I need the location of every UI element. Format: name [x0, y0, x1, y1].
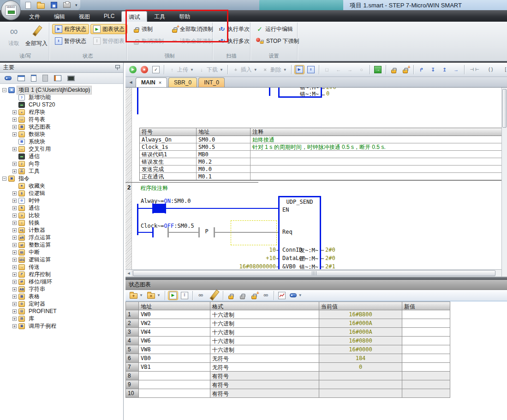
next-bookmark-button[interactable]: →	[345, 65, 355, 74]
program-status-button[interactable]: ▶	[294, 65, 304, 74]
plus-expander-icon[interactable]: +	[12, 191, 17, 195]
branch-corner-button[interactable]: ↱	[417, 65, 427, 74]
tree-item-19[interactable]: ++1计数器	[0, 226, 123, 234]
close-tab-icon[interactable]: ×	[159, 80, 161, 85]
status-table-row[interactable]: 10有符号	[126, 389, 450, 398]
dropdown-arrow-icon[interactable]: ▼	[254, 68, 257, 72]
tree-item-10[interactable]: +/向导	[0, 160, 123, 167]
address-cell[interactable]: VW4	[139, 328, 210, 337]
force-button[interactable]	[226, 291, 236, 300]
menu-item-2[interactable]: 视图	[72, 11, 97, 22]
block-input-value[interactable]: 10	[230, 247, 276, 253]
address-tag-button[interactable]: ▼	[288, 292, 304, 298]
tree-item-26[interactable]: +⇄移位/循环	[0, 278, 123, 285]
tree-item-17[interactable]: +>比较	[0, 212, 123, 219]
horizontal-scrollbar[interactable]: ◀	[125, 269, 501, 277]
force-button[interactable]	[389, 65, 399, 74]
tree-item-0[interactable]: −▣项目 1 (C:\Users\tjh\Desktop)	[0, 86, 123, 94]
plus-expander-icon[interactable]: +	[12, 272, 17, 277]
tree-item-27[interactable]: +AB字符串	[0, 285, 123, 293]
plus-expander-icon[interactable]: +	[12, 147, 17, 151]
program-status-button[interactable]: ▶程序状态	[52, 24, 89, 34]
status-table-row[interactable]: 2VW2十六进制16#000A	[126, 319, 450, 328]
branch-right-button[interactable]: →	[451, 65, 461, 74]
tree-item-6[interactable]: +≡数据块	[0, 130, 123, 138]
format-cell[interactable]: 无符号	[210, 363, 319, 372]
tree-item-9[interactable]: +▬通信	[0, 153, 123, 160]
compile-button[interactable]: ✓	[151, 65, 161, 74]
tab-scroll-left-button[interactable]: ◀	[127, 78, 134, 86]
tree-item-11[interactable]: +工工具	[0, 167, 123, 175]
format-cell[interactable]: 十六进制	[210, 328, 319, 337]
unforce-all-button[interactable]: +	[249, 291, 259, 300]
dropdown-arrow-icon[interactable]: ▼	[190, 68, 194, 72]
tree-item-32[interactable]: +▣调用子例程	[0, 322, 123, 330]
dropdown-arrow-icon[interactable]: ▼	[220, 68, 223, 72]
format-cell[interactable]: 十六进制	[210, 345, 319, 354]
tree-item-4[interactable]: +▭符号表	[0, 116, 123, 123]
save-button[interactable]	[49, 1, 59, 9]
plus-expander-icon[interactable]: +	[12, 258, 17, 262]
new-value-cell[interactable]	[402, 345, 450, 354]
dropdown-arrow-icon[interactable]: ▼	[283, 68, 287, 72]
status-table-row[interactable]: 4VW6十六进制16#0800	[126, 337, 450, 345]
box-button[interactable]: [ ]	[500, 65, 507, 74]
bookmark-button[interactable]: □	[322, 65, 332, 74]
status-table-row[interactable]: 3VW4十六进制16#000A	[126, 328, 450, 337]
unforce-all-button[interactable]: +	[400, 65, 411, 74]
tab-main[interactable]: MAIN×	[136, 77, 167, 87]
new-value-cell[interactable]	[402, 389, 450, 398]
scrollbar-thumb[interactable]	[502, 89, 507, 128]
tree-item-7[interactable]: +▦系统块	[0, 138, 123, 145]
address-cell[interactable]: VW2	[139, 319, 210, 328]
plus-expander-icon[interactable]: +	[12, 132, 17, 136]
write-button[interactable]	[207, 288, 220, 303]
chart-view-button[interactable]	[16, 74, 26, 82]
delete-button[interactable]: ×删除▼	[260, 65, 288, 75]
plus-expander-icon[interactable]: +	[12, 228, 17, 232]
tree-item-15[interactable]: +⊙时钟	[0, 197, 123, 204]
tree-item-13[interactable]: +★收藏夹	[0, 182, 123, 189]
edit-run-button[interactable]: ✓运行中编辑	[253, 24, 302, 34]
tree-item-23[interactable]: +101逻辑运算	[0, 256, 123, 263]
systemblock-view-button[interactable]	[41, 74, 49, 83]
tree-item-8[interactable]: +↔交叉引用	[0, 145, 123, 153]
app-button[interactable]: HHHO	[1, 0, 21, 20]
read-forces-button[interactable]: oo	[261, 291, 271, 300]
minus-expander-icon[interactable]: −	[2, 177, 6, 181]
format-cell[interactable]: 有符号	[210, 372, 319, 380]
tree-item-14[interactable]: +‖位逻辑	[0, 189, 123, 197]
block-input-value[interactable]: 16#08000000	[230, 263, 276, 269]
tree-item-30[interactable]: +⊟PROFINET	[0, 308, 123, 315]
contact-button[interactable]: ⊣ ⊢	[467, 65, 482, 74]
plus-expander-icon[interactable]: +	[12, 162, 17, 166]
menu-item-3[interactable]: PLC	[97, 11, 121, 22]
format-cell[interactable]: 无符号	[210, 354, 319, 363]
tree-item-12[interactable]: −▣指令	[0, 175, 123, 182]
address-cell[interactable]: VW6	[139, 337, 210, 345]
plus-expander-icon[interactable]: +	[12, 317, 17, 321]
contact-powered-fill[interactable]	[154, 204, 165, 213]
open-folder-button[interactable]	[36, 1, 46, 10]
branch-up-button[interactable]: ↥	[440, 65, 450, 74]
datablock-view-button[interactable]	[30, 74, 38, 83]
chart-status-run-button[interactable]: ▶	[168, 291, 178, 300]
format-cell[interactable]: 有符号	[210, 389, 319, 398]
download-button[interactable]: ↓下载▼	[197, 65, 225, 75]
new-value-cell[interactable]	[402, 363, 450, 372]
plus-expander-icon[interactable]: +	[12, 206, 17, 210]
tree-item-24[interactable]: +→传送	[0, 263, 123, 271]
pause-status-button[interactable]: ‖	[306, 65, 316, 74]
scroll-left-arrow-icon[interactable]: ◀	[125, 270, 132, 277]
goto-table-button[interactable]: →	[373, 65, 383, 74]
plus-expander-icon[interactable]: +	[12, 125, 17, 129]
tab-sbr_0[interactable]: SBR_0	[168, 77, 197, 87]
vertical-scrollbar[interactable]	[501, 88, 507, 277]
chart-status-button[interactable]: ▶图表状态	[90, 24, 127, 34]
address-cell[interactable]	[139, 380, 210, 389]
unforce-button[interactable]	[238, 291, 248, 300]
tree-item-22[interactable]: +ttt中断	[0, 248, 123, 256]
status-table-row[interactable]: 8有符号	[126, 372, 450, 380]
plus-expander-icon[interactable]: +	[12, 250, 17, 254]
format-cell[interactable]: 十六进制	[210, 337, 319, 345]
